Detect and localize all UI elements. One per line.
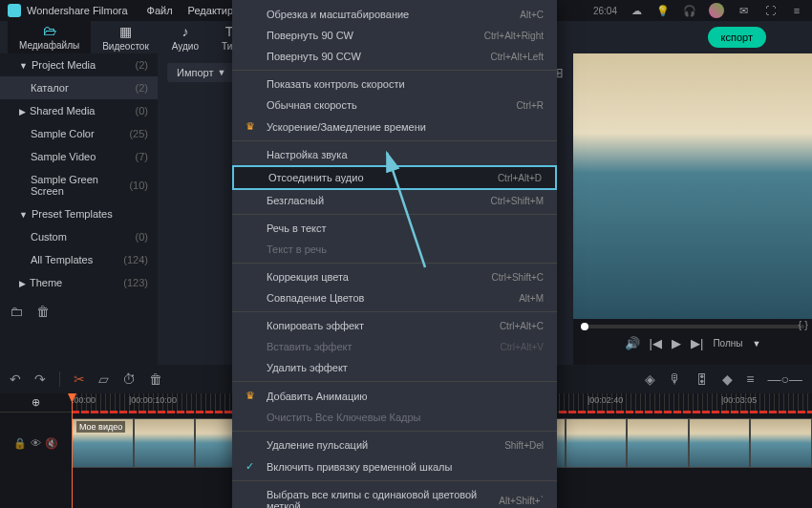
app-logo-icon — [8, 4, 21, 17]
cloud-icon[interactable]: ☁ — [629, 3, 644, 18]
clip[interactable] — [750, 418, 812, 468]
ctx-paste-fx: Вставить эффектCtrl+Alt+V — [232, 336, 557, 357]
ctx-copy-fx[interactable]: Копировать эффектCtrl+Alt+C — [232, 315, 557, 336]
ctx-rotate-ccw[interactable]: Повернуть 90 CCWCtrl+Alt+Left — [232, 46, 557, 67]
play-icon[interactable]: ▶ — [672, 336, 681, 350]
ctx-delete-fx[interactable]: Удалить эффект — [232, 357, 557, 378]
menu-icon[interactable]: ≡ — [789, 3, 804, 18]
speed-icon[interactable]: ⏱ — [122, 371, 136, 387]
sidebar-custom[interactable]: Custom(0) — [0, 225, 158, 248]
crown-icon: ♛ — [246, 390, 259, 402]
clip[interactable] — [627, 418, 689, 468]
ctx-detach-audio[interactable]: Отсоединить аудиоCtrl+Alt+D — [232, 165, 557, 190]
stock-icon: ▦ — [119, 24, 132, 39]
marker-icon[interactable]: ◈ — [645, 371, 655, 387]
sidebar-sample-color[interactable]: Sample Color(25) — [0, 122, 158, 145]
ctx-add-animation[interactable]: ♛Добавить Анимацию — [232, 385, 557, 407]
clip[interactable] — [72, 418, 134, 468]
next-frame-icon[interactable]: ▶| — [691, 336, 703, 350]
clip[interactable] — [134, 418, 196, 468]
sidebar-all-templates[interactable]: All Templates(124) — [0, 248, 158, 271]
app-title: Wondershare Filmora — [27, 5, 128, 16]
eye-icon[interactable]: 👁 — [31, 437, 41, 449]
track-add-icon[interactable]: ⊕ — [0, 393, 72, 412]
clip[interactable] — [566, 418, 628, 468]
expand-icon[interactable]: ⛶ — [762, 3, 778, 18]
lightbulb-icon[interactable]: 💡 — [655, 3, 671, 18]
tab-media[interactable]: 🗁 Медиафайлы — [8, 20, 91, 55]
crown-icon: ♛ — [246, 120, 259, 133]
crop-icon[interactable]: ▱ — [98, 371, 109, 387]
ctx-stt[interactable]: Речь в текст — [232, 218, 557, 239]
sidebar-preset[interactable]: ▼Preset Templates — [0, 202, 158, 225]
ctx-audio-settings[interactable]: Настройка звука — [232, 144, 557, 165]
new-folder-icon[interactable]: 🗀 — [10, 304, 23, 319]
ctx-ripple-delete[interactable]: Удаление пульсацийShift+Del — [232, 434, 557, 455]
sidebar-katalog[interactable]: Каталог(2) — [0, 76, 158, 99]
avatar-icon[interactable] — [709, 3, 724, 18]
volume-icon[interactable]: 🔊 — [625, 336, 640, 350]
ctx-tts: Текст в речь — [232, 239, 557, 260]
keyframe-icon[interactable]: ◆ — [722, 371, 733, 387]
tab-audio[interactable]: ♪ Аудио — [160, 21, 210, 54]
mixer-icon[interactable]: 🎛 — [695, 371, 709, 387]
clip[interactable] — [689, 418, 751, 468]
ctx-normal-speed[interactable]: Обычная скоростьCtrl+R — [232, 95, 557, 116]
ctx-select-by-color[interactable]: Выбрать все клипы с одинаковой цветовой … — [232, 484, 557, 508]
trash-icon[interactable]: 🗑 — [36, 304, 50, 319]
context-menu: Обрезка и масштабированиеAlt+C Повернуть… — [232, 0, 557, 508]
ctx-rotate-cw[interactable]: Повернуть 90 CWCtrl+Alt+Right — [232, 25, 557, 46]
ctx-speed-control[interactable]: Показать контроль скорости — [232, 74, 557, 95]
record-icon[interactable]: 🎙 — [669, 371, 682, 387]
mute-track-icon[interactable]: 🔇 — [45, 437, 58, 450]
ctx-clear-kf: Очистить Все Ключевые Кадры — [232, 407, 557, 428]
ctx-color-match[interactable]: Совпадение ЦветовAlt+M — [232, 287, 557, 308]
zoom-slider-icon[interactable]: —○— — [768, 371, 802, 387]
track-icon[interactable]: ≡ — [746, 371, 754, 387]
playhead[interactable]: 0:00:01:00 — [72, 393, 73, 508]
menu-file[interactable]: Файл — [147, 5, 173, 16]
prev-frame-icon[interactable]: |◀ — [650, 336, 662, 350]
sidebar-sample-green[interactable]: Sample Green Screen(10) — [0, 168, 158, 202]
size-select[interactable]: Полны — [713, 338, 742, 349]
ctx-crop[interactable]: Обрезка и масштабированиеAlt+C — [232, 4, 557, 25]
delete-icon[interactable]: 🗑 — [149, 371, 162, 387]
preview-viewport[interactable] — [573, 53, 812, 319]
media-sidebar: ▼Project Media (2) Каталог(2) ▶Shared Me… — [0, 53, 158, 365]
export-button[interactable]: кспорт — [708, 27, 766, 48]
sidebar-theme[interactable]: ▶Theme (123) — [0, 271, 158, 294]
cut-icon[interactable]: ✂ — [74, 371, 85, 387]
check-icon: ✓ — [246, 460, 259, 473]
import-button[interactable]: Импорт▼ — [167, 63, 235, 82]
ctx-color-correction[interactable]: Коррекция цветаCtrl+Shift+C — [232, 266, 557, 287]
sidebar-sample-video[interactable]: Sample Video(7) — [0, 145, 158, 168]
lock-icon[interactable]: 🔒 — [13, 437, 27, 450]
headphones-icon[interactable]: 🎧 — [682, 3, 697, 18]
logo-area: Wondershare Filmora — [8, 4, 128, 17]
sidebar-project-media[interactable]: ▼Project Media (2) — [0, 53, 158, 76]
ctx-speed-ramp[interactable]: ♛Ускорение/Замедление времени — [232, 116, 557, 138]
ctx-snap[interactable]: ✓Включить привязку временной шкалы — [232, 455, 557, 477]
undo-icon[interactable]: ↶ — [10, 371, 21, 387]
message-icon[interactable]: ✉ — [736, 3, 751, 18]
preview-progress[interactable]: { } — [581, 325, 804, 328]
redo-icon[interactable]: ↷ — [34, 371, 46, 387]
folder-icon: 🗁 — [43, 23, 56, 38]
ctx-mute[interactable]: БезгласныйCtrl+Shift+M — [232, 190, 557, 211]
preview-panel: { } 🔊 |◀ ▶ ▶| Полны ▼ — [573, 53, 812, 365]
timestamp: 26:04 — [593, 6, 617, 16]
note-icon: ♪ — [182, 24, 188, 39]
progress-handle[interactable] — [581, 323, 588, 330]
tab-stock[interactable]: ▦ Видеосток — [91, 21, 160, 54]
sidebar-shared-media[interactable]: ▶Shared Media (0) — [0, 99, 158, 122]
